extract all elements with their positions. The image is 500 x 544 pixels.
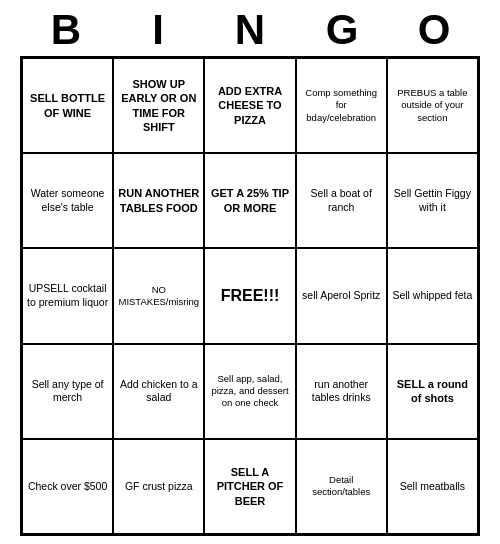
bingo-cell-9: Sell Gettin Figgy with it xyxy=(387,153,478,248)
bingo-cell-3: Comp something for bday/celebration xyxy=(296,58,387,153)
bingo-grid: SELL BOTTLE OF WINESHOW UP EARLY OR ON T… xyxy=(20,56,480,536)
bingo-letter-o: O xyxy=(392,6,476,54)
bingo-cell-1: SHOW UP EARLY OR ON TIME FOR SHIFT xyxy=(113,58,204,153)
bingo-cell-6: RUN ANOTHER TABLES FOOD xyxy=(113,153,204,248)
bingo-cell-18: run another tables drinks xyxy=(296,344,387,439)
bingo-letter-i: I xyxy=(116,6,200,54)
bingo-cell-8: Sell a boat of ranch xyxy=(296,153,387,248)
bingo-cell-5: Water someone else's table xyxy=(22,153,113,248)
bingo-cell-14: Sell whipped feta xyxy=(387,248,478,343)
bingo-cell-24: Sell meatballs xyxy=(387,439,478,534)
bingo-cell-2: ADD EXTRA CHEESE TO PIZZA xyxy=(204,58,295,153)
bingo-cell-20: Check over $500 xyxy=(22,439,113,534)
bingo-header: BINGO xyxy=(20,0,480,56)
bingo-cell-0: SELL BOTTLE OF WINE xyxy=(22,58,113,153)
bingo-letter-g: G xyxy=(300,6,384,54)
bingo-cell-22: SELL A PITCHER OF BEER xyxy=(204,439,295,534)
bingo-cell-16: Add chicken to a salad xyxy=(113,344,204,439)
bingo-cell-21: GF crust pizza xyxy=(113,439,204,534)
bingo-cell-23: Detail section/tables xyxy=(296,439,387,534)
bingo-cell-17: Sell app, salad, pizza, and dessert on o… xyxy=(204,344,295,439)
bingo-cell-11: NO MISTAKES/misring xyxy=(113,248,204,343)
bingo-cell-12: FREE!!! xyxy=(204,248,295,343)
bingo-cell-7: GET A 25% TIP OR MORE xyxy=(204,153,295,248)
bingo-cell-10: UPSELL cocktail to premium liquor xyxy=(22,248,113,343)
bingo-cell-15: Sell any type of merch xyxy=(22,344,113,439)
bingo-cell-4: PREBUS a table outside of your section xyxy=(387,58,478,153)
bingo-cell-13: sell Aperol Spritz xyxy=(296,248,387,343)
bingo-cell-19: SELL a round of shots xyxy=(387,344,478,439)
bingo-letter-b: B xyxy=(24,6,108,54)
bingo-letter-n: N xyxy=(208,6,292,54)
